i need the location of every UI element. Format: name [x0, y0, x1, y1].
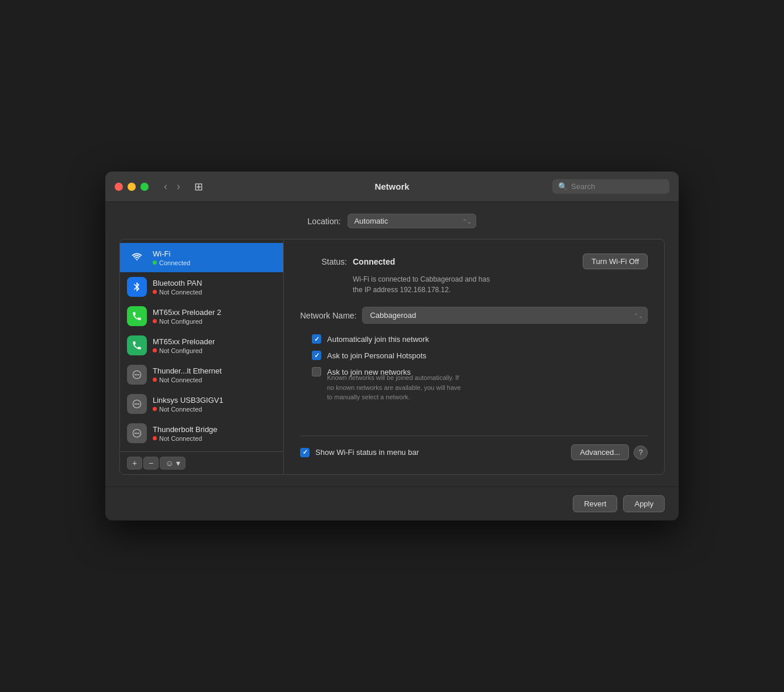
sidebar-item-bluetooth[interactable]: Bluetooth PAN Not Connected — [120, 272, 283, 302]
linksys-icon — [127, 394, 147, 414]
wifi-status-dot — [153, 261, 157, 265]
new-networks-group: Ask to join new networks Known networks … — [312, 367, 648, 402]
network-name-row: Network Name: Cabbageroad — [300, 307, 648, 324]
tb-bridge-status-text: Not Connected — [159, 435, 202, 442]
apply-button[interactable]: Apply — [623, 495, 665, 512]
show-wifi-checkbox[interactable]: ✓ — [300, 448, 310, 457]
action-network-button[interactable]: ☺ ▾ — [160, 457, 185, 470]
location-select[interactable]: Automatic Edit Locations... — [348, 214, 476, 228]
bluetooth-info: Bluetooth PAN Not Connected — [153, 279, 202, 296]
location-select-wrapper: Automatic Edit Locations... — [348, 214, 476, 228]
new-networks-description: Known networks will be joined automatica… — [327, 373, 648, 402]
minimize-button[interactable] — [128, 183, 136, 191]
location-label: Location: — [308, 217, 341, 226]
bluetooth-name: Bluetooth PAN — [153, 279, 202, 287]
mt65xx-status: Not Configured — [153, 347, 215, 354]
auto-join-label: Automatically join this network — [327, 335, 429, 344]
status-row: Status: Connected Turn Wi-Fi Off — [300, 253, 648, 269]
detail-panel: Status: Connected Turn Wi-Fi Off Wi-Fi i… — [284, 239, 664, 474]
spacer — [300, 412, 648, 436]
tb-eth-icon — [127, 365, 147, 385]
search-input[interactable] — [571, 182, 663, 191]
sidebar-item-mt65xx2[interactable]: MT65xx Preloader 2 Not Configured — [120, 302, 283, 331]
svg-point-3 — [138, 374, 139, 375]
nav-buttons: ‹ › — [160, 179, 184, 194]
sidebar: Wi-Fi Connected — [120, 239, 284, 474]
sidebar-item-wifi[interactable]: Wi-Fi Connected — [120, 243, 283, 272]
mt65xx-info: MT65xx Preloader Not Configured — [153, 337, 215, 354]
svg-point-5 — [135, 403, 136, 405]
maximize-button[interactable] — [140, 183, 149, 191]
tb-bridge-icon — [127, 423, 147, 443]
tb-eth-name: Thunder...lt Ethernet — [153, 366, 222, 375]
window-footer: Revert Apply — [105, 487, 679, 520]
search-box[interactable]: 🔍 — [552, 179, 669, 194]
help-button[interactable]: ? — [634, 446, 648, 460]
auto-join-checkbox[interactable]: ✓ — [312, 334, 321, 344]
linksys-status: Not Connected — [153, 406, 223, 413]
tb-bridge-name: Thunderbolt Bridge — [153, 425, 218, 434]
wifi-info: Wi-Fi Connected — [153, 249, 190, 266]
show-wifi-check: ✓ — [302, 448, 308, 456]
mt65xx2-status-dot — [153, 319, 157, 323]
mt65xx2-info: MT65xx Preloader 2 Not Configured — [153, 308, 221, 325]
tb-bridge-status-dot — [153, 436, 157, 440]
wifi-icon — [127, 248, 147, 268]
mt65xx2-name: MT65xx Preloader 2 — [153, 308, 221, 317]
svg-point-11 — [138, 433, 139, 434]
svg-point-7 — [138, 403, 139, 405]
network-name-label: Network Name: — [300, 311, 356, 320]
back-button[interactable]: ‹ — [160, 179, 171, 194]
close-button[interactable] — [115, 183, 123, 191]
forward-button[interactable]: › — [173, 179, 184, 194]
titlebar: ‹ › ⊞ Network 🔍 — [105, 172, 679, 202]
new-networks-checkbox[interactable] — [312, 367, 321, 376]
linksys-info: Linksys USB3GIGV1 Not Connected — [153, 396, 223, 413]
status-description-text: Wi-Fi is connected to Cabbageroad and ha… — [353, 275, 490, 294]
sidebar-item-linksys[interactable]: Linksys USB3GIGV1 Not Connected — [120, 389, 283, 419]
mt65xx2-icon — [127, 306, 147, 326]
revert-button[interactable]: Revert — [573, 495, 617, 512]
content-area: Location: Automatic Edit Locations... — [105, 202, 679, 487]
window-title: Network — [374, 181, 409, 191]
mt65xx-status-dot — [153, 348, 157, 352]
checkbox-group: ✓ Automatically join this network ✓ Ask … — [312, 334, 648, 402]
advanced-button[interactable]: Advanced... — [571, 444, 629, 460]
mt65xx2-status-text: Not Configured — [159, 318, 202, 325]
wifi-status: Connected — [153, 259, 190, 266]
location-row: Location: Automatic Edit Locations... — [119, 214, 665, 228]
network-name-select[interactable]: Cabbageroad — [362, 307, 648, 324]
tb-eth-status-dot — [153, 378, 157, 382]
network-preferences-window: ‹ › ⊞ Network 🔍 Location: Automatic Edit… — [105, 172, 679, 520]
linksys-status-text: Not Connected — [159, 406, 202, 413]
mt65xx-name: MT65xx Preloader — [153, 337, 215, 346]
bluetooth-status-text: Not Connected — [159, 289, 202, 296]
mt65xx2-status: Not Configured — [153, 318, 221, 325]
grid-button[interactable]: ⊞ — [191, 179, 207, 194]
show-wifi-row: ✓ Show Wi-Fi status in menu bar — [300, 448, 571, 457]
bluetooth-status-dot — [153, 290, 157, 294]
svg-point-2 — [136, 374, 137, 375]
status-value: Connected — [353, 257, 395, 266]
bluetooth-status: Not Connected — [153, 289, 202, 296]
svg-point-6 — [136, 403, 137, 405]
personal-hotspot-row: ✓ Ask to join Personal Hotspots — [312, 351, 648, 360]
show-wifi-label: Show Wi-Fi status in menu bar — [315, 448, 419, 457]
auto-join-check: ✓ — [314, 335, 319, 343]
wifi-status-text: Connected — [159, 259, 190, 266]
bottom-row: ✓ Show Wi-Fi status in menu bar Advanced… — [300, 436, 648, 460]
sidebar-item-mt65xx[interactable]: MT65xx Preloader Not Configured — [120, 331, 283, 360]
sidebar-item-tb-eth[interactable]: Thunder...lt Ethernet Not Connected — [120, 360, 283, 389]
wifi-name: Wi-Fi — [153, 249, 190, 258]
sidebar-list: Wi-Fi Connected — [120, 239, 283, 451]
mt65xx-icon — [127, 335, 147, 355]
remove-network-button[interactable]: − — [143, 457, 159, 470]
status-description: Wi-Fi is connected to Cabbageroad and ha… — [353, 274, 648, 295]
bluetooth-icon — [127, 277, 147, 297]
personal-hotspot-checkbox[interactable]: ✓ — [312, 351, 321, 360]
turn-wifi-off-button[interactable]: Turn Wi-Fi Off — [583, 253, 648, 269]
add-network-button[interactable]: + — [127, 457, 142, 470]
sidebar-item-tb-bridge[interactable]: Thunderbolt Bridge Not Connected — [120, 419, 283, 448]
status-label: Status: — [300, 257, 347, 266]
auto-join-row: ✓ Automatically join this network — [312, 334, 648, 344]
